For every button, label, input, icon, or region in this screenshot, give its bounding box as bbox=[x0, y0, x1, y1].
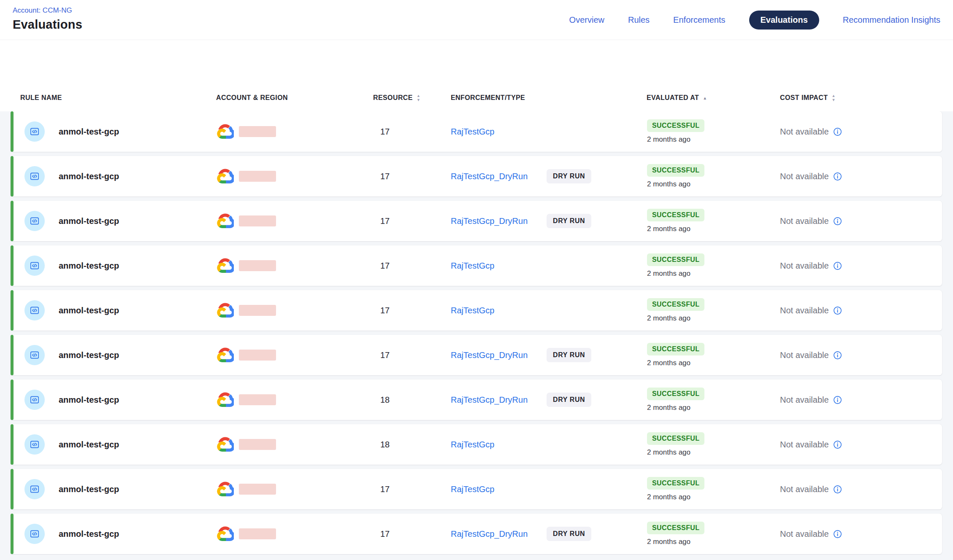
account-region-cell bbox=[216, 156, 276, 197]
info-icon[interactable] bbox=[833, 261, 842, 270]
gcp-cloud-icon bbox=[216, 258, 234, 273]
account-region-cell bbox=[216, 424, 276, 465]
resource-count: 18 bbox=[380, 440, 390, 450]
governance-rule-icon bbox=[24, 211, 45, 231]
table-row: anmol-test-gcp 17 RajTestGcp_DryRun DRY … bbox=[11, 335, 942, 375]
resource-cell: 17 bbox=[380, 335, 390, 375]
resource-count: 17 bbox=[380, 485, 390, 494]
enforcement-link[interactable]: RajTestGcp bbox=[451, 127, 494, 137]
governance-rule-icon bbox=[24, 345, 45, 365]
info-icon[interactable] bbox=[833, 306, 842, 315]
status-badge: SUCCESSFUL bbox=[647, 253, 704, 266]
account-region-cell bbox=[216, 245, 276, 286]
column-header-rule-name: RULE NAME bbox=[20, 84, 62, 111]
dry-run-badge: DRY RUN bbox=[547, 527, 591, 541]
resource-count: 17 bbox=[380, 127, 390, 137]
governance-rule-icon bbox=[24, 524, 45, 544]
evaluated-at-label: 2 months ago bbox=[647, 404, 690, 412]
row-status-accent bbox=[11, 156, 14, 197]
table-row: anmol-test-gcp 18 RajTestGcp_DryRun DRY … bbox=[11, 380, 942, 420]
enforcement-link[interactable]: RajTestGcp bbox=[451, 440, 494, 450]
resource-count: 17 bbox=[380, 172, 390, 181]
evaluated-at-cell: SUCCESSFUL 2 months ago bbox=[647, 424, 704, 465]
account-name-redacted bbox=[239, 126, 276, 137]
governance-rule-icon bbox=[24, 256, 45, 276]
page-header: Account: CCM-NG Evaluations Overview Rul… bbox=[0, 0, 953, 40]
cost-impact-cell: Not available bbox=[780, 290, 842, 331]
enforcement-link[interactable]: RajTestGcp_DryRun bbox=[451, 172, 528, 181]
enforcement-link[interactable]: RajTestGcp bbox=[451, 485, 494, 494]
enforcement-link[interactable]: RajTestGcp bbox=[451, 306, 494, 315]
info-icon[interactable] bbox=[833, 530, 842, 538]
tab-enforcements[interactable]: Enforcements bbox=[673, 15, 725, 25]
resource-cell: 17 bbox=[380, 290, 390, 331]
info-icon[interactable] bbox=[833, 217, 842, 226]
resource-cell: 17 bbox=[380, 514, 390, 554]
sort-icon[interactable]: ▲▼ bbox=[831, 94, 835, 102]
info-icon[interactable] bbox=[833, 485, 842, 494]
info-icon[interactable] bbox=[833, 351, 842, 360]
cost-impact-cell: Not available bbox=[780, 156, 842, 197]
resource-cell: 18 bbox=[380, 380, 390, 420]
cost-impact-label: Not available bbox=[780, 485, 829, 494]
status-badge: SUCCESSFUL bbox=[647, 119, 704, 132]
tab-rules[interactable]: Rules bbox=[628, 15, 650, 25]
governance-rule-icon bbox=[24, 434, 45, 455]
account-region-cell bbox=[216, 380, 276, 420]
rule-name-label: anmol-test-gcp bbox=[59, 395, 119, 405]
enforcement-cell: RajTestGcp bbox=[451, 245, 494, 286]
enforcement-cell: RajTestGcp bbox=[451, 111, 494, 152]
table-row: anmol-test-gcp 17 RajTestGcp_DryRun DRY … bbox=[11, 201, 942, 241]
status-badge: SUCCESSFUL bbox=[647, 164, 704, 177]
resource-cell: 17 bbox=[380, 469, 390, 509]
evaluated-at-label: 2 months ago bbox=[647, 538, 690, 546]
row-status-accent bbox=[11, 245, 14, 286]
tab-overview[interactable]: Overview bbox=[569, 15, 604, 25]
tab-recommendation-insights[interactable]: Recommendation Insights bbox=[843, 15, 940, 25]
row-status-accent bbox=[11, 424, 14, 465]
sort-icon[interactable]: ▲▼ bbox=[417, 94, 420, 102]
account-region-cell bbox=[216, 469, 276, 509]
sort-ascending-icon[interactable]: ▲ bbox=[703, 96, 707, 100]
cost-impact-label: Not available bbox=[780, 529, 829, 539]
table-row: anmol-test-gcp 17 RajTestGcp SUCCESSF bbox=[11, 245, 942, 286]
enforcement-cell: RajTestGcp_DryRun bbox=[451, 514, 528, 554]
status-badge: SUCCESSFUL bbox=[647, 522, 704, 534]
info-icon[interactable] bbox=[833, 396, 842, 404]
cost-impact-cell: Not available bbox=[780, 380, 842, 420]
tab-evaluations[interactable]: Evaluations bbox=[749, 11, 819, 30]
enforcement-link[interactable]: RajTestGcp_DryRun bbox=[451, 350, 528, 360]
status-badge: SUCCESSFUL bbox=[647, 477, 704, 490]
cost-impact-cell: Not available bbox=[780, 335, 842, 375]
enforcement-cell: RajTestGcp bbox=[451, 424, 494, 465]
info-icon[interactable] bbox=[833, 127, 842, 136]
column-header-cost-impact[interactable]: COST IMPACT ▲▼ bbox=[780, 84, 836, 111]
page-title: Evaluations bbox=[13, 18, 82, 32]
rule-name-label: anmol-test-gcp bbox=[59, 261, 119, 271]
cost-impact-label: Not available bbox=[780, 306, 829, 315]
column-header-resource[interactable]: RESOURCE ▲▼ bbox=[373, 84, 420, 111]
resource-count: 17 bbox=[380, 350, 390, 360]
rule-name-cell: anmol-test-gcp bbox=[24, 514, 119, 554]
column-header-evaluated-at[interactable]: EVALUATED AT ▲ bbox=[647, 84, 707, 111]
enforcement-link[interactable]: RajTestGcp_DryRun bbox=[451, 529, 528, 539]
rule-name-cell: anmol-test-gcp bbox=[24, 469, 119, 509]
resource-cell: 17 bbox=[380, 245, 390, 286]
breadcrumb[interactable]: Account: CCM-NG bbox=[13, 6, 72, 15]
account-region-cell bbox=[216, 514, 276, 554]
cost-impact-label: Not available bbox=[780, 216, 829, 226]
rule-name-cell: anmol-test-gcp bbox=[24, 335, 119, 375]
table-body: anmol-test-gcp 17 RajTestGcp SUCCESSF bbox=[0, 111, 953, 560]
info-icon[interactable] bbox=[833, 172, 842, 181]
enforcement-link[interactable]: RajTestGcp_DryRun bbox=[451, 395, 528, 405]
cost-impact-cell: Not available bbox=[780, 245, 842, 286]
evaluated-at-label: 2 months ago bbox=[647, 135, 690, 144]
governance-rule-icon bbox=[24, 300, 45, 320]
enforcement-link[interactable]: RajTestGcp bbox=[451, 261, 494, 271]
account-name-redacted bbox=[239, 484, 276, 495]
gcp-cloud-icon bbox=[216, 347, 234, 363]
dry-run-badge: DRY RUN bbox=[547, 214, 591, 228]
status-badge: SUCCESSFUL bbox=[647, 388, 704, 400]
enforcement-link[interactable]: RajTestGcp_DryRun bbox=[451, 216, 528, 226]
info-icon[interactable] bbox=[833, 440, 842, 449]
